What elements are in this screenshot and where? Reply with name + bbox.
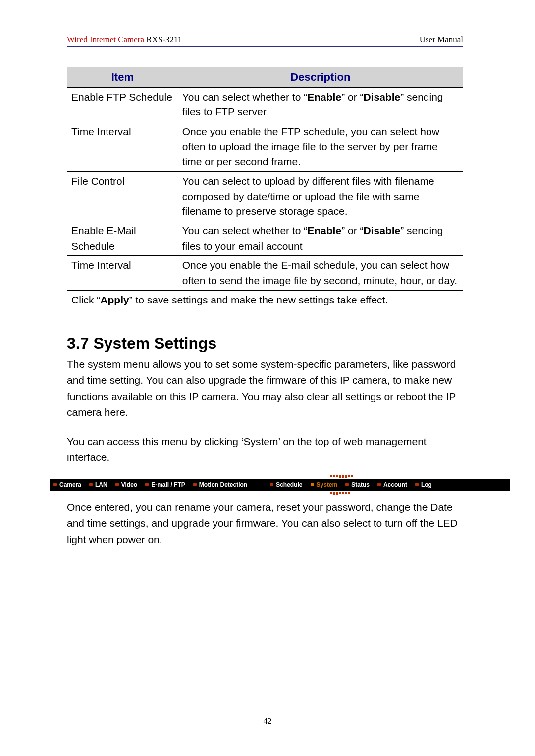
cell-item: Enable FTP Schedule: [67, 87, 178, 122]
bullet-icon: [54, 483, 57, 486]
page-number: 42: [0, 716, 535, 726]
cell-footer: Click “Apply” to save settings and make …: [67, 291, 463, 310]
section-paragraph: The system menu allows you to set some s…: [67, 356, 463, 421]
bullet-icon: [345, 483, 349, 486]
settings-table: Item Description Enable FTP Schedule You…: [67, 67, 463, 310]
cell-item: Time Interval: [67, 122, 178, 171]
section-paragraph: Once entered, you can rename your camera…: [67, 500, 463, 548]
table-row: File Control You can select to upload by…: [67, 172, 463, 221]
nav-item-log[interactable]: Log: [411, 481, 436, 488]
model-number: RXS-3211: [146, 35, 182, 44]
header-right: User Manual: [420, 35, 463, 45]
table-footer-row: Click “Apply” to save settings and make …: [67, 291, 463, 310]
product-name: Wired Internet Camera: [67, 35, 144, 44]
page-header: Wired Internet Camera RXS-3211 User Manu…: [67, 35, 463, 47]
web-ui-navbar: Camera LAN Video E-mail / FTP Motion Det…: [50, 479, 510, 491]
header-left: Wired Internet Camera RXS-3211: [67, 35, 182, 45]
bullet-icon: [415, 483, 419, 486]
nav-item-account[interactable]: Account: [374, 481, 411, 488]
cell-item: Enable E-Mail Schedule: [67, 221, 178, 256]
nav-item-lan[interactable]: LAN: [85, 481, 111, 488]
cell-desc: Once you enable the FTP schedule, you ca…: [178, 122, 463, 171]
table-row: Enable FTP Schedule You can select wheth…: [67, 87, 463, 122]
table-header-row: Item Description: [67, 67, 463, 88]
nav-item-video[interactable]: Video: [111, 481, 141, 488]
cell-desc: Once you enable the E-mail schedule, you…: [178, 256, 463, 291]
cell-item: File Control: [67, 172, 178, 221]
table-row: Enable E-Mail Schedule You can select wh…: [67, 221, 463, 256]
nav-item-schedule[interactable]: Schedule: [266, 481, 306, 488]
section-heading: 3.7 System Settings: [67, 334, 463, 353]
col-description: Description: [178, 67, 463, 88]
cell-desc: You can select to upload by different fi…: [178, 172, 463, 221]
nav-item-email-ftp[interactable]: E-mail / FTP: [141, 481, 189, 488]
nav-item-camera[interactable]: Camera: [50, 481, 85, 488]
bullet-icon: [145, 483, 149, 486]
bullet-icon: [89, 483, 93, 486]
table-row: Time Interval Once you enable the FTP sc…: [67, 122, 463, 171]
nav-item-status[interactable]: Status: [341, 481, 374, 488]
cell-item: Time Interval: [67, 256, 178, 291]
highlight-marker-icon: [330, 475, 353, 478]
bullet-icon: [193, 483, 197, 486]
bullet-icon: [270, 483, 273, 486]
bullet-icon: [115, 483, 119, 486]
table-row: Time Interval Once you enable the E-mail…: [67, 256, 463, 291]
section-paragraph: You can access this menu by clicking ‘Sy…: [67, 434, 463, 466]
cell-desc: You can select whether to “Enable” or “D…: [178, 221, 463, 256]
nav-item-motion-detection[interactable]: Motion Detection: [189, 481, 251, 488]
bullet-icon: [377, 483, 381, 486]
col-item: Item: [67, 67, 178, 88]
highlight-marker-icon: [330, 492, 350, 495]
bullet-icon: [311, 483, 314, 486]
cell-desc: You can select whether to “Enable” or “D…: [178, 87, 463, 122]
nav-item-system[interactable]: System: [307, 481, 342, 488]
